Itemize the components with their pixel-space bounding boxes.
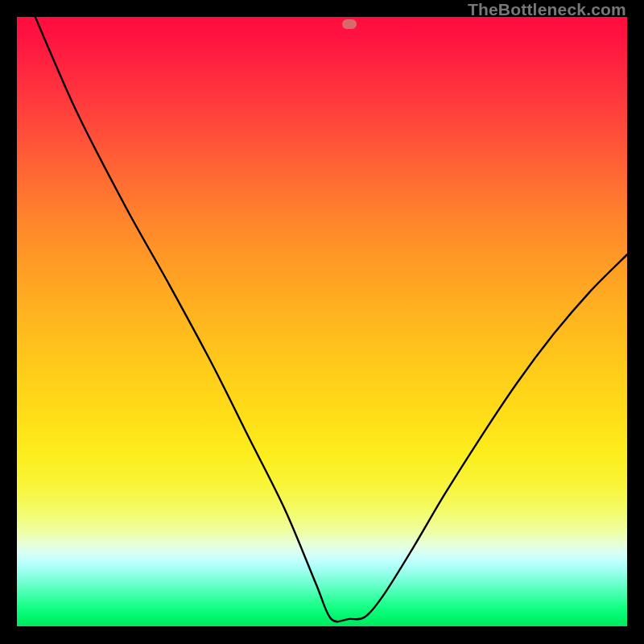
plot-area (17, 17, 627, 626)
chart-container: TheBottleneck.com (0, 0, 644, 644)
optimal-point-marker (342, 19, 357, 29)
bottleneck-curve (17, 17, 627, 626)
